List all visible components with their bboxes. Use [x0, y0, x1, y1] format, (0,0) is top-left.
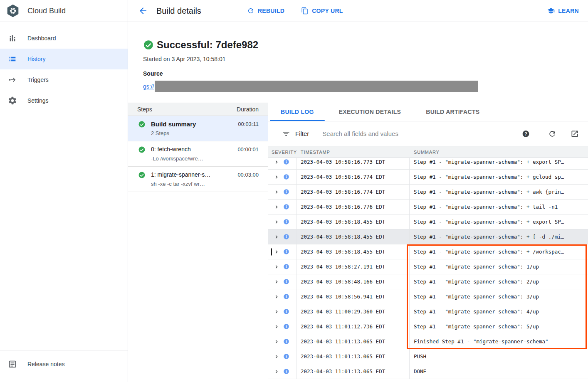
log-summary: PUSH — [410, 349, 588, 364]
build-summary-header: Successful: 7defe982 Started on 3 Apr 20… — [128, 22, 588, 92]
step-text: 0: fetch-wrench -Lo /workspace/wre… — [151, 145, 233, 163]
expand-chevron-icon[interactable] — [273, 353, 280, 360]
log-row[interactable]: 2023-04-03 11:01:12.736 EDT Step #1 - "m… — [268, 319, 588, 334]
source-link[interactable]: gs:// — [143, 83, 154, 90]
redacted-source-path — [155, 81, 478, 92]
step-title: 1: migrate-spanner-s… — [151, 170, 233, 179]
step-duration: 00:03:00 — [233, 170, 259, 179]
timestamp-column-header: TIMESTAMP — [296, 150, 410, 155]
log-rows: 2023-04-03 10:58:16.773 EDT Step #1 - "m… — [268, 158, 588, 382]
learn-button[interactable]: LEARN — [547, 7, 579, 15]
tab-label: BUILD LOG — [281, 108, 314, 115]
log-row[interactable]: 2023-04-03 10:58:16.776 EDT Step #1 - "m… — [268, 200, 588, 214]
duration-column-label: Duration — [237, 106, 259, 113]
sidebar-header: Cloud Build — [0, 0, 128, 22]
log-row[interactable]: 2023-04-03 10:58:16.774 EDT Step #1 - "m… — [268, 170, 588, 185]
log-panel: BUILD LOG EXECUTION DETAILS BUILD ARTIFA… — [268, 103, 588, 382]
info-icon — [283, 338, 289, 345]
tab-build-log[interactable]: BUILD LOG — [268, 103, 326, 121]
release-notes-label: Release notes — [27, 361, 65, 367]
sidebar-item-label: Triggers — [27, 76, 49, 83]
log-row[interactable]: 2023-04-03 10:58:48.166 EDT Step #1 - "m… — [268, 274, 588, 289]
build-status-line: Successful: 7defe982 — [143, 39, 588, 51]
svg-text:?: ? — [524, 131, 527, 136]
step-success-check-icon — [138, 146, 146, 153]
text-caret — [271, 248, 272, 255]
info-icon — [283, 204, 289, 210]
expand-chevron-icon[interactable] — [273, 174, 280, 180]
info-icon — [283, 234, 289, 240]
expand-chevron-icon[interactable] — [273, 159, 280, 165]
sidebar-item-release-notes[interactable]: Release notes — [0, 354, 128, 375]
step-row[interactable]: Build summary 2 Steps 00:03:11 — [128, 116, 268, 141]
log-timestamp: 2023-04-03 10:58:18.455 EDT — [296, 229, 410, 244]
sidebar-item-triggers[interactable]: Triggers — [0, 69, 128, 90]
open-in-new-icon[interactable] — [571, 130, 579, 138]
expand-chevron-icon[interactable] — [273, 323, 280, 330]
info-icon — [283, 368, 289, 375]
sidebar-item-label: Dashboard — [27, 35, 56, 42]
expand-chevron-icon[interactable] — [273, 338, 280, 345]
expand-chevron-icon[interactable] — [273, 249, 280, 255]
log-severity-cell — [268, 158, 296, 169]
tab-build-artifacts[interactable]: BUILD ARTIFACTS — [413, 103, 492, 121]
log-summary: Step #1 - "migrate-spanner-schema": + /w… — [410, 244, 588, 259]
build-status-heading: Successful: 7defe982 — [157, 39, 258, 51]
expand-chevron-icon[interactable] — [273, 308, 280, 315]
copy-url-label: COPY URL — [312, 7, 343, 14]
copy-url-button[interactable]: COPY URL — [301, 7, 343, 15]
steps-column-label: Steps — [137, 106, 152, 113]
log-table-header: SEVERITY TIMESTAMP SUMMARY — [268, 146, 588, 158]
log-row[interactable]: 2023-04-03 10:58:56.941 EDT Step #1 - "m… — [268, 289, 588, 304]
sidebar-item-history[interactable]: History — [0, 49, 128, 69]
log-row[interactable]: 2023-04-03 11:01:13.065 EDT PUSH — [268, 349, 588, 364]
step-text: Build summary 2 Steps — [151, 120, 234, 137]
log-severity-cell — [268, 319, 296, 334]
cloud-build-console: Cloud Build Dashboard History Triggers S… — [0, 0, 588, 382]
expand-chevron-icon[interactable] — [273, 264, 280, 270]
log-severity-cell — [268, 200, 296, 214]
expand-chevron-icon[interactable] — [273, 293, 280, 300]
log-row[interactable]: 2023-04-03 10:58:16.774 EDT Step #1 - "m… — [268, 185, 588, 200]
log-severity-cell — [268, 244, 296, 259]
log-row[interactable]: 2023-04-03 11:00:29.360 EDT Step #1 - "m… — [268, 304, 588, 319]
log-timestamp: 2023-04-03 11:01:13.065 EDT — [296, 364, 410, 379]
build-details-toolbar: Build details REBUILD COPY URL LEARN — [128, 0, 588, 22]
expand-chevron-icon[interactable] — [273, 234, 280, 240]
info-icon — [283, 353, 289, 360]
info-icon — [283, 264, 289, 270]
log-search-input[interactable] — [322, 130, 522, 137]
rebuild-button[interactable]: REBUILD — [247, 7, 284, 15]
info-icon — [283, 293, 289, 300]
log-summary: Step #1 - "migrate-spanner-schema": 2/up — [410, 274, 588, 289]
main-content: Build details REBUILD COPY URL LEARN Suc… — [128, 0, 588, 382]
expand-chevron-icon[interactable] — [273, 368, 280, 375]
log-summary: Step #1 - "migrate-spanner-schema": + ta… — [410, 200, 588, 214]
log-row[interactable]: 2023-04-03 10:58:27.191 EDT Step #1 - "m… — [268, 259, 588, 274]
expand-chevron-icon[interactable] — [273, 278, 280, 285]
expand-chevron-icon[interactable] — [273, 219, 280, 225]
step-row[interactable]: 0: fetch-wrench -Lo /workspace/wre… 00:0… — [128, 141, 268, 167]
info-icon — [283, 323, 289, 330]
log-timestamp: 2023-04-03 10:58:16.774 EDT — [296, 185, 410, 199]
app-title: Cloud Build — [27, 7, 66, 15]
expand-chevron-icon[interactable] — [273, 204, 280, 210]
back-arrow-icon[interactable] — [138, 6, 148, 16]
step-row[interactable]: 1: migrate-spanner-s… sh -xe -c tar -xzv… — [128, 167, 268, 192]
tab-execution-details[interactable]: EXECUTION DETAILS — [326, 103, 414, 121]
expand-chevron-icon[interactable] — [273, 189, 280, 195]
step-duration: 00:03:11 — [234, 120, 259, 128]
log-row[interactable]: 2023-04-03 10:58:18.455 EDT Step #1 - "m… — [268, 214, 588, 229]
log-timestamp: 2023-04-03 11:01:13.065 EDT — [296, 349, 410, 364]
help-icon[interactable]: ? — [522, 130, 530, 138]
sidebar-item-settings[interactable]: Settings — [0, 90, 128, 111]
log-row[interactable]: 2023-04-03 10:58:18.455 EDT Step #1 - "m… — [268, 229, 588, 244]
log-row[interactable]: 2023-04-03 11:01:13.065 EDT Finished Ste… — [268, 334, 588, 349]
refresh-log-icon[interactable] — [548, 130, 556, 138]
sidebar-item-dashboard[interactable]: Dashboard — [0, 28, 128, 49]
log-row[interactable]: 2023-04-03 11:01:13.065 EDT DONE — [268, 364, 588, 379]
copy-icon — [301, 7, 309, 15]
log-row[interactable]: 2023-04-03 10:58:18.455 EDT Step #1 - "m… — [268, 244, 588, 259]
log-row[interactable]: 2023-04-03 10:58:16.773 EDT Step #1 - "m… — [268, 158, 588, 170]
step-title: 0: fetch-wrench — [151, 145, 233, 154]
